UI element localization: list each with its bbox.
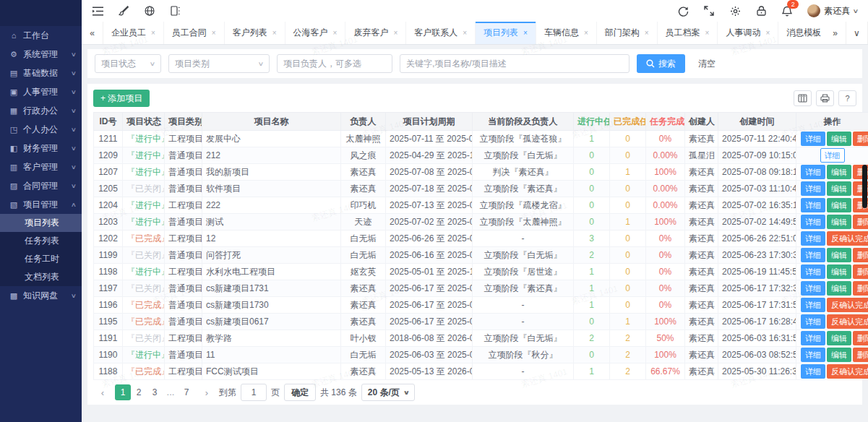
tab-员工合同[interactable]: 员工合同× (164, 22, 225, 44)
add-project-button[interactable]: + 添加项目 (93, 90, 150, 107)
edit-button[interactable]: 编辑 (827, 132, 851, 146)
tab-消息模板[interactable]: 消息模板× (778, 22, 825, 44)
delete-button[interactable]: 删除 (853, 215, 868, 229)
delete-button[interactable]: 删除 (853, 348, 868, 362)
sidebar-item-doc-list[interactable]: 文档列表 (0, 268, 82, 286)
detail-button[interactable]: 详细 (801, 281, 825, 296)
delete-button[interactable]: 删除 (853, 281, 868, 296)
tab-企业员工[interactable]: 企业员工× (103, 22, 164, 44)
sidebar-item-task-list[interactable]: 任务列表 (0, 232, 82, 250)
detail-button[interactable]: 详细 (801, 364, 825, 379)
tab-人事调动[interactable]: 人事调动× (718, 22, 778, 44)
brush-icon[interactable] (118, 5, 129, 17)
detail-button[interactable]: 详细 (801, 231, 825, 246)
page-number-3[interactable]: 3 (147, 384, 163, 400)
delete-button[interactable]: 删除 (853, 264, 868, 279)
edit-button[interactable]: 编辑 (827, 348, 851, 362)
help-icon[interactable]: ? (838, 90, 856, 106)
sidebar-item-knowledge-disk[interactable]: ▩知识网盘∨ (0, 286, 82, 305)
detail-button[interactable]: 详细 (801, 165, 825, 179)
sidebar-item-finance-mgmt[interactable]: ◧财务管理∨ (0, 139, 82, 158)
tabs-scroll-left[interactable]: « (82, 22, 103, 44)
detail-button[interactable]: 详细 (801, 348, 825, 362)
project-category-select[interactable]: 项目类别∨ (168, 54, 270, 73)
layout-icon[interactable] (170, 5, 181, 17)
user-menu[interactable]: 素还真 ∨ (807, 4, 858, 17)
delete-button[interactable]: 删除 (853, 331, 868, 345)
unconfirm-button[interactable]: 反确认完成 (827, 231, 868, 246)
tab-close-icon[interactable]: × (584, 29, 588, 37)
tab-车辆信息[interactable]: 车辆信息× (536, 22, 597, 44)
detail-button[interactable]: 详细 (801, 264, 825, 279)
tab-close-icon[interactable]: × (523, 29, 528, 37)
tabs-dropdown[interactable]: ∨ (846, 22, 868, 44)
detail-button[interactable]: 详细 (801, 331, 825, 345)
sidebar-item-base-data[interactable]: ▤基础数据∨ (0, 64, 82, 82)
confirm-page-button[interactable]: 确定 (284, 384, 316, 401)
fullscreen-icon[interactable] (703, 5, 715, 17)
detail-button[interactable]: 详细 (801, 181, 825, 196)
edit-button[interactable]: 编辑 (827, 264, 851, 279)
tab-项目列表[interactable]: 项目列表× (476, 22, 536, 44)
lock-icon[interactable] (755, 5, 767, 17)
sidebar-item-contract-mgmt[interactable]: ▨合同管理∨ (0, 176, 82, 195)
detail-button[interactable]: 详细 (801, 314, 825, 329)
bell-icon[interactable]: 2 (781, 5, 793, 17)
project-leader-input[interactable] (283, 59, 386, 69)
tab-close-icon[interactable]: × (393, 29, 398, 37)
tab-废弃客户[interactable]: 废弃客户× (345, 22, 406, 44)
tab-close-icon[interactable]: × (765, 29, 770, 37)
detail-button[interactable]: 详细 (801, 248, 825, 262)
edit-button[interactable]: 编辑 (827, 181, 851, 196)
tab-部门架构[interactable]: 部门架构× (597, 22, 658, 44)
edit-button[interactable]: 编辑 (827, 165, 851, 179)
delete-button[interactable]: 删除 (853, 248, 868, 262)
tab-客户列表[interactable]: 客户列表× (225, 22, 285, 44)
edit-button[interactable]: 编辑 (827, 281, 851, 296)
edit-button[interactable]: 编辑 (827, 331, 851, 345)
print-icon[interactable] (816, 90, 834, 106)
tab-close-icon[interactable]: × (333, 29, 338, 37)
detail-button[interactable]: 详细 (801, 298, 825, 312)
sidebar-item-admin-office[interactable]: ▦行政办公∨ (0, 101, 82, 120)
sidebar-item-customer-mgmt[interactable]: ▥客户管理∨ (0, 158, 82, 176)
refresh-icon[interactable] (677, 5, 689, 17)
unconfirm-button[interactable]: 反确认完成 (827, 364, 868, 379)
unconfirm-button[interactable]: 反确认完成 (827, 298, 868, 312)
collapse-menu-icon[interactable] (92, 5, 103, 17)
globe-icon[interactable] (144, 5, 155, 17)
page-number-1[interactable]: 1 (115, 384, 131, 400)
tab-客户联系人[interactable]: 客户联系人× (406, 22, 476, 44)
edit-button[interactable]: 编辑 (827, 248, 851, 262)
page-number-7[interactable]: 7 (179, 384, 194, 400)
clear-filters-link[interactable]: 清空 (698, 58, 716, 70)
edit-button[interactable]: 编辑 (827, 215, 851, 229)
tab-close-icon[interactable]: × (463, 29, 467, 37)
sidebar-item-system-mgmt[interactable]: ⚙系统管理∨ (0, 45, 82, 64)
detail-plain-button[interactable]: 详细 (820, 148, 845, 163)
tab-close-icon[interactable]: × (645, 29, 649, 37)
unconfirm-button[interactable]: 反确认完成 (827, 314, 868, 329)
column-settings-icon[interactable] (794, 90, 812, 106)
prev-page-button[interactable]: ‹ (95, 384, 111, 400)
tabs-scroll-right[interactable]: » (825, 22, 846, 44)
page-size-select[interactable]: 20 条/页 ∨ (361, 384, 416, 401)
detail-button[interactable]: 详细 (801, 132, 825, 146)
sidebar-item-project-mgmt[interactable]: ▧项目管理∧ (0, 195, 82, 214)
project-status-select[interactable]: 项目状态∨ (95, 54, 161, 73)
page-number-2[interactable]: 2 (131, 384, 147, 400)
detail-button[interactable]: 详细 (801, 198, 825, 212)
tab-员工档案[interactable]: 员工档案× (658, 22, 718, 44)
jump-page-input[interactable] (241, 384, 267, 401)
sidebar-item-personal-office[interactable]: ◳个人办公∨ (0, 120, 82, 139)
detail-button[interactable]: 详细 (801, 215, 825, 229)
sidebar-item-workbench[interactable]: ⌂工作台 (0, 26, 82, 45)
search-button[interactable]: 搜索 (637, 54, 685, 73)
delete-button[interactable]: 删除 (853, 132, 868, 146)
edit-button[interactable]: 编辑 (827, 198, 851, 212)
tab-公海客户[interactable]: 公海客户× (285, 22, 346, 44)
scrollbar-thumb[interactable] (862, 165, 867, 208)
sidebar-item-task-hours[interactable]: 任务工时 (0, 250, 82, 268)
tab-close-icon[interactable]: × (151, 29, 155, 37)
keyword-input[interactable] (406, 59, 623, 69)
